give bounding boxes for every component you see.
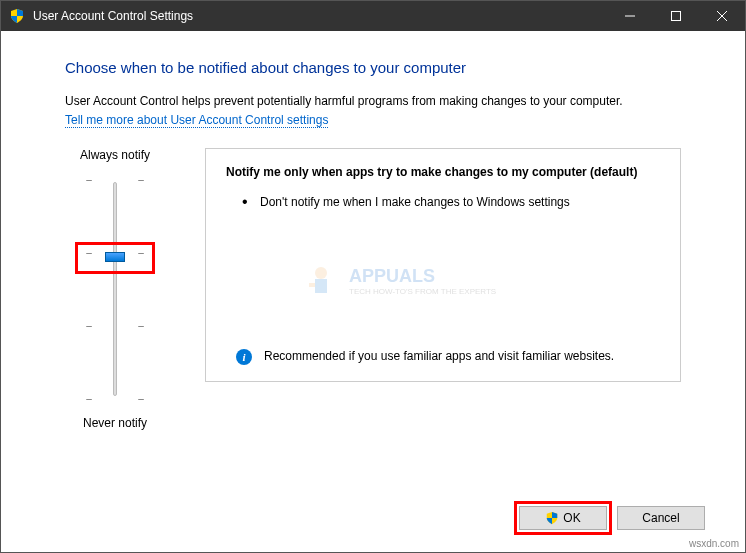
cancel-button[interactable]: Cancel	[617, 506, 705, 530]
notification-level-title: Notify me only when apps try to make cha…	[226, 165, 660, 179]
page-description: User Account Control helps prevent poten…	[65, 94, 681, 108]
slider-tick: ––	[85, 394, 145, 404]
slider-rail	[113, 182, 117, 396]
highlight-annotation	[514, 501, 612, 535]
maximize-button[interactable]	[653, 1, 699, 31]
ok-button[interactable]: OK	[519, 506, 607, 530]
notification-slider[interactable]: Always notify –– –– –– –– Never notify	[65, 148, 165, 430]
notification-detail-item: Don't notify me when I make changes to W…	[246, 193, 660, 211]
info-icon: i	[236, 349, 252, 365]
content-area: Choose when to be notified about changes…	[1, 31, 745, 430]
highlight-annotation	[75, 242, 155, 274]
slider-label-never: Never notify	[83, 416, 147, 430]
dialog-footer: OK Cancel	[519, 506, 705, 530]
recommendation-text: Recommended if you use familiar apps and…	[264, 349, 614, 363]
slider-label-always: Always notify	[80, 148, 150, 162]
cancel-button-label: Cancel	[642, 511, 679, 525]
svg-rect-1	[672, 12, 681, 21]
learn-more-link[interactable]: Tell me more about User Account Control …	[65, 113, 328, 128]
slider-tick: ––	[85, 174, 145, 184]
uac-shield-icon	[9, 8, 25, 24]
close-button[interactable]	[699, 1, 745, 31]
titlebar: User Account Control Settings	[1, 1, 745, 31]
window-title: User Account Control Settings	[33, 9, 607, 23]
page-heading: Choose when to be notified about changes…	[65, 59, 681, 76]
notification-description-panel: Notify me only when apps try to make cha…	[205, 148, 681, 382]
minimize-button[interactable]	[607, 1, 653, 31]
slider-tick: ––	[85, 321, 145, 331]
source-attribution: wsxdn.com	[689, 538, 739, 549]
